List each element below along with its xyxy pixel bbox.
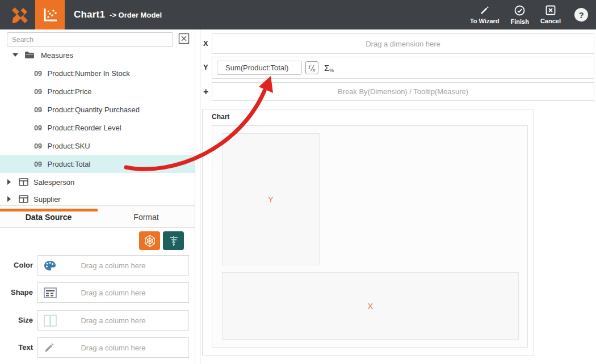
x-dimension-drop-target[interactable]: Drag a dimension here bbox=[212, 33, 594, 54]
mapping-row-size: Size Drag a column here bbox=[0, 310, 195, 331]
chart-builder-panel: X Drag a dimension here Y Sum(Product:To… bbox=[200, 29, 596, 364]
color-drop-target[interactable]: Drag a column here bbox=[37, 255, 189, 276]
breakby-tooltip-drop-target[interactable]: Break By(Dimension) / Tooltip(Measure) bbox=[212, 82, 594, 101]
folder-icon bbox=[24, 51, 35, 59]
size-icon bbox=[44, 315, 61, 327]
tree-table-label: Supplier bbox=[33, 195, 61, 204]
formula-button[interactable]: f x bbox=[305, 61, 318, 74]
shape-drop-target[interactable]: Drag a column here bbox=[37, 282, 189, 303]
tree-item-label: Product:Quantity Purchased bbox=[47, 105, 140, 114]
text-pencil-icon bbox=[44, 342, 61, 353]
text-label: Text bbox=[0, 337, 33, 358]
plus-row-label: + bbox=[203, 87, 211, 97]
chart-type-button[interactable] bbox=[35, 0, 65, 29]
tools-row bbox=[0, 228, 195, 253]
fields-sidebar: Measures 09 Product:Number In Stock 09 P… bbox=[0, 29, 195, 364]
close-box-icon bbox=[545, 5, 556, 15]
breadcrumb: Chart1 -> Order Model bbox=[74, 0, 162, 29]
collapse-caret-icon[interactable] bbox=[12, 53, 18, 57]
y-axis-letter: Y bbox=[268, 195, 273, 204]
expand-caret-icon[interactable] bbox=[7, 196, 11, 202]
tree-item-label: Product:Number In Stock bbox=[47, 69, 129, 78]
tree-table-salesperson[interactable]: Salesperson bbox=[0, 173, 195, 191]
numeric-type-icon: 09 bbox=[34, 105, 41, 114]
app-logo-icon[interactable] bbox=[10, 5, 32, 25]
header-actions: To Wizard Finish Cancel ? bbox=[470, 0, 588, 29]
app-window: Chart1 -> Order Model To Wizard Finish bbox=[0, 0, 596, 364]
page-subtitle: -> Order Model bbox=[110, 11, 162, 19]
search-clear-button[interactable] bbox=[178, 33, 190, 45]
active-tab-indicator bbox=[0, 209, 98, 211]
folder-label: Measures bbox=[41, 51, 73, 60]
fx-icon: f x bbox=[307, 63, 317, 73]
color-label: Color bbox=[0, 255, 33, 276]
numeric-type-icon: 09 bbox=[34, 160, 41, 168]
sidebar-tabs: Data Source Format bbox=[0, 205, 195, 228]
mapping-row-color: Color Drag a column here bbox=[0, 255, 195, 276]
tab-data-source[interactable]: Data Source bbox=[0, 213, 97, 222]
scatter-chart-icon bbox=[41, 6, 58, 23]
tree-item-label: Product:Total bbox=[47, 160, 90, 168]
chart-preview-title: Chart bbox=[212, 113, 229, 121]
tree-table-label: Salesperson bbox=[33, 178, 74, 187]
finish-button[interactable]: Finish bbox=[511, 5, 529, 25]
tree-item-label: Product:SKU bbox=[47, 142, 90, 150]
help-button[interactable]: ? bbox=[574, 8, 588, 22]
tree-item-label: Product:Reorder Level bbox=[47, 124, 121, 132]
mapping-row-text: Text Drag a column here bbox=[0, 337, 195, 358]
to-wizard-button[interactable]: To Wizard bbox=[470, 5, 500, 24]
x-placeholder: Drag a dimension here bbox=[212, 40, 594, 48]
palette-icon bbox=[44, 260, 61, 271]
percent-glyph: % bbox=[329, 67, 334, 73]
tree-table-supplier[interactable]: Supplier bbox=[0, 191, 195, 207]
sigma-percent-button[interactable]: Σ% bbox=[324, 63, 334, 73]
spiderweb-icon bbox=[143, 234, 157, 248]
tree-item-label: Product:Price bbox=[47, 87, 91, 96]
svg-text:f: f bbox=[308, 64, 312, 70]
to-wizard-label: To Wizard bbox=[470, 18, 500, 24]
y-axis-row-label: Y bbox=[203, 63, 211, 71]
size-label: Size bbox=[0, 310, 33, 331]
clear-search-icon bbox=[178, 33, 190, 44]
help-glyph: ? bbox=[578, 10, 584, 20]
y-measure-chip[interactable]: Sum(Product:Total) bbox=[217, 61, 302, 75]
y-axis-placeholder-box: Y bbox=[222, 133, 320, 265]
svg-text:x: x bbox=[313, 67, 316, 73]
mapping-row-shape: Shape Drag a column here bbox=[0, 282, 195, 303]
breakby-placeholder: Break By(Dimension) / Tooltip(Measure) bbox=[212, 87, 594, 96]
sigma-glyph: Σ bbox=[324, 63, 329, 73]
tree-item-quantity-purchased[interactable]: 09 Product:Quantity Purchased bbox=[0, 100, 195, 118]
table-icon bbox=[19, 178, 28, 186]
x-axis-row-label: X bbox=[203, 39, 211, 48]
page-title: Chart1 bbox=[74, 9, 105, 20]
cancel-button[interactable]: Cancel bbox=[540, 5, 561, 24]
numeric-type-icon: 09 bbox=[34, 69, 41, 78]
shape-label: Shape bbox=[0, 282, 33, 303]
finish-label: Finish bbox=[511, 18, 529, 25]
text-drop-target[interactable]: Drag a column here bbox=[37, 337, 189, 358]
x-axis-letter: X bbox=[368, 302, 373, 311]
funnel-chart-button[interactable] bbox=[163, 231, 184, 250]
header-bar: Chart1 -> Order Model To Wizard Finish bbox=[0, 0, 596, 29]
tree-item-sku[interactable]: 09 Product:SKU bbox=[0, 137, 195, 155]
tornado-bars-icon bbox=[167, 235, 180, 247]
numeric-type-icon: 09 bbox=[34, 142, 41, 150]
x-axis-placeholder-box: X bbox=[222, 272, 519, 340]
tree-item-number-in-stock[interactable]: 09 Product:Number In Stock bbox=[0, 64, 195, 82]
pencil-icon bbox=[480, 5, 490, 15]
expand-caret-icon[interactable] bbox=[7, 179, 11, 185]
tree-item-price[interactable]: 09 Product:Price bbox=[0, 82, 195, 100]
y-measure-drop-target[interactable]: Sum(Product:Total) f x Σ% bbox=[212, 57, 594, 79]
tree-folder-measures[interactable]: Measures bbox=[0, 46, 195, 64]
web-chart-button[interactable] bbox=[139, 231, 160, 250]
table-icon bbox=[19, 195, 28, 203]
size-drop-target[interactable]: Drag a column here bbox=[37, 310, 189, 331]
search-input[interactable] bbox=[7, 32, 173, 46]
numeric-type-icon: 09 bbox=[34, 124, 41, 132]
chart-plot-area: Y X bbox=[212, 125, 528, 348]
check-circle-icon bbox=[514, 5, 525, 16]
tree-item-total-selected[interactable]: 09 Product:Total bbox=[0, 155, 195, 173]
shape-legend-icon bbox=[44, 287, 61, 298]
tree-item-reorder-level[interactable]: 09 Product:Reorder Level bbox=[0, 118, 195, 137]
tab-format[interactable]: Format bbox=[98, 213, 195, 222]
